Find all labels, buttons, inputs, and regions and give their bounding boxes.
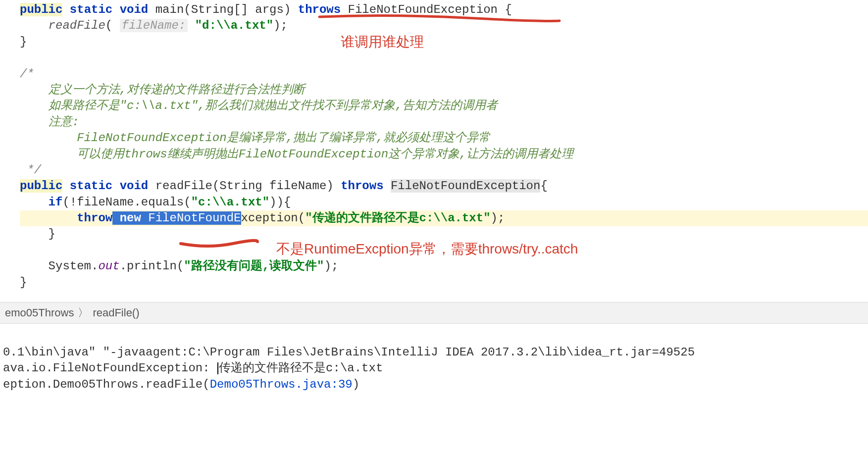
console-line[interactable]: eption.Demo05Throws.readFile(Demo05Throw…: [3, 377, 865, 393]
keyword-if: if: [49, 196, 63, 209]
code-line-highlighted[interactable]: throw new FileNotFoundException("传递的文件路径…: [20, 210, 868, 226]
console-text: 传递的文件路径不是c:\a.txt: [219, 361, 383, 375]
params: (String fileName): [212, 179, 334, 193]
comment-text: 如果路径不是: [49, 99, 120, 112]
string-literal: "路径没有问题,读取文件": [184, 259, 324, 273]
keyword-public: public: [20, 3, 62, 16]
brace: }: [20, 276, 27, 289]
code-line[interactable]: public static void readFile(String fileN…: [20, 178, 868, 194]
println: .println(: [120, 259, 184, 273]
code-line[interactable]: readFile( fileName: "d:\\a.txt");: [20, 18, 868, 34]
code-line[interactable]: public static void main(String[] args) t…: [20, 2, 868, 18]
console-text: ): [353, 378, 359, 391]
if-cond-close: )){: [269, 196, 291, 209]
run-console[interactable]: 0.1\bin\java" "-javaagent:C:\Program Fil…: [0, 341, 868, 397]
brace: }: [49, 227, 55, 241]
console-text: eption.Demo05Throws.readFile(: [3, 378, 210, 391]
keyword-throw: throw: [77, 211, 112, 225]
comment-text: 注意:: [49, 115, 79, 129]
param-hint: fileName:: [120, 19, 188, 32]
code-line[interactable]: }: [20, 34, 868, 50]
keyword-void: void: [120, 3, 149, 16]
keyword-void: void: [120, 179, 149, 193]
blank-line: [20, 50, 868, 66]
system: System: [49, 259, 91, 273]
breadcrumb-method[interactable]: readFile(): [93, 306, 139, 319]
comment-line[interactable]: 注意:: [20, 114, 868, 130]
if-cond: (!fileName.equals(: [62, 196, 191, 209]
params: (String[] args): [184, 3, 291, 16]
comment-line[interactable]: 可以使用throws继续声明抛出FileNotFoundException这个异…: [20, 147, 868, 162]
comment-line[interactable]: FileNotFoundException是编译异常,抛出了编译异常,就必须处理…: [20, 130, 868, 146]
comment-line[interactable]: /*: [20, 66, 868, 82]
code-line[interactable]: if(!fileName.equals("c:\\a.txt")){: [20, 195, 868, 210]
console-source-link[interactable]: Demo05Throws.java:39: [210, 378, 353, 391]
method-readfile: readFile: [155, 179, 212, 193]
breadcrumb-class[interactable]: emo05Throws: [5, 306, 74, 319]
keyword-static: static: [70, 179, 112, 193]
comment-text: FileNotFoundException是编译异常,抛出了编译异常,就必须处理…: [77, 131, 490, 145]
exception-sel: FileNotFoundE: [148, 211, 241, 225]
comment-line[interactable]: 定义一个方法,对传递的文件路径进行合法性判断: [20, 82, 868, 98]
keyword-new: new: [120, 211, 141, 225]
keyword-throws: throws: [341, 179, 383, 193]
annotation-top: 谁调用谁处理: [341, 33, 424, 51]
comment-line[interactable]: */: [20, 162, 868, 178]
string-literal: "d:\\a.txt": [195, 19, 273, 32]
call-readfile: readFile: [49, 19, 105, 32]
exception-type: FileNotFoundException: [391, 179, 540, 193]
brace: }: [20, 35, 27, 49]
console-text: ava.io.FileNotFoundException:: [3, 361, 217, 375]
comment-text: "c:\\a.txt": [120, 99, 198, 112]
exception-rest: xception: [241, 211, 298, 225]
comment-open: /*: [20, 67, 34, 81]
brace: {: [540, 179, 547, 193]
comment-text: ,那么我们就抛出文件找不到异常对象,告知方法的调用者: [198, 99, 498, 112]
keyword-throws: throws: [298, 3, 341, 16]
code-line[interactable]: System.out.println("路径没有问题,读取文件");: [20, 258, 868, 274]
code-line[interactable]: }: [20, 275, 868, 291]
breadcrumb-bar[interactable]: emo05Throws 〉 readFile(): [0, 302, 868, 324]
string-literal: "传递的文件路径不是c:\\a.txt": [305, 211, 490, 225]
keyword-static: static: [70, 3, 112, 16]
keyword-public: public: [20, 179, 62, 193]
console-line[interactable]: ava.io.FileNotFoundException: 传递的文件路径不是c…: [3, 360, 865, 376]
console-text: 0.1\bin\java" "-javaagent:C:\Program Fil…: [3, 346, 695, 359]
brace: {: [505, 3, 511, 16]
comment-close: */: [20, 163, 41, 177]
comment-text: 定义一个方法,对传递的文件路径进行合法性判断: [49, 83, 305, 97]
string-literal: "c:\\a.txt": [191, 196, 269, 209]
out-field: out: [98, 259, 119, 273]
annotation-bottom: 不是RuntimeExcption异常，需要throws/try..catch: [276, 240, 578, 258]
comment-text: 可以使用throws继续声明抛出FileNotFoundException这个异…: [77, 148, 573, 161]
exception-type: FileNotFoundException: [348, 3, 498, 16]
breadcrumb-separator-icon: 〉: [78, 305, 89, 320]
console-line[interactable]: 0.1\bin\java" "-javaagent:C:\Program Fil…: [3, 345, 865, 360]
comment-line[interactable]: 如果路径不是"c:\\a.txt",那么我们就抛出文件找不到异常对象,告知方法的…: [20, 98, 868, 114]
console-caret: [217, 362, 218, 374]
method-main: main: [155, 3, 184, 16]
